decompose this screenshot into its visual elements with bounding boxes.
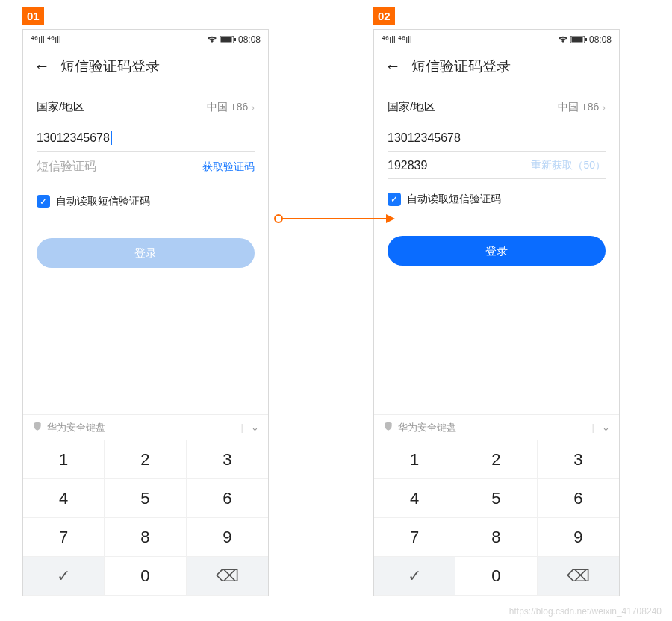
phone-value: 13012345678 bbox=[37, 131, 110, 145]
key-8[interactable]: 8 bbox=[455, 518, 537, 557]
numeric-keypad: 1 2 3 4 5 6 7 8 9 ✓ 0 ⌫ bbox=[374, 440, 619, 596]
key-1[interactable]: 1 bbox=[23, 440, 105, 479]
sms-placeholder: 短信验证码 bbox=[37, 159, 96, 175]
region-selector[interactable]: 国家/地区 中国 +86 › bbox=[37, 91, 255, 124]
svg-rect-1 bbox=[220, 37, 231, 43]
key-4[interactable]: 4 bbox=[374, 479, 455, 518]
key-9[interactable]: 9 bbox=[538, 518, 619, 557]
auto-read-label: 自动读取短信验证码 bbox=[407, 193, 501, 206]
key-backspace[interactable]: ⌫ bbox=[187, 557, 268, 596]
region-label: 国家/地区 bbox=[37, 100, 84, 114]
svg-rect-4 bbox=[571, 37, 582, 43]
wifi-icon bbox=[207, 36, 217, 43]
resend-button: 重新获取（50） bbox=[531, 159, 606, 172]
phone-value: 13012345678 bbox=[388, 131, 461, 145]
back-icon[interactable]: ← bbox=[385, 57, 401, 76]
signal-icon: ⁴⁶ıll ⁴⁶ıll bbox=[31, 34, 61, 45]
region-value: 中国 +86 bbox=[207, 101, 249, 114]
shield-icon bbox=[32, 421, 43, 434]
key-0[interactable]: 0 bbox=[455, 557, 537, 596]
auto-read-label: 自动读取短信验证码 bbox=[56, 195, 150, 208]
region-selector[interactable]: 国家/地区 中国 +86 › bbox=[388, 91, 606, 124]
key-backspace[interactable]: ⌫ bbox=[538, 557, 619, 596]
key-3[interactable]: 3 bbox=[187, 440, 268, 479]
key-9[interactable]: 9 bbox=[187, 518, 268, 557]
status-bar: ⁴⁶ıll ⁴⁶ıll 08:08 bbox=[23, 30, 268, 49]
key-6[interactable]: 6 bbox=[187, 479, 268, 518]
sms-code-field[interactable]: 短信验证码 获取验证码 bbox=[37, 152, 255, 181]
sms-code-field[interactable]: 192839 重新获取（50） bbox=[388, 152, 606, 179]
key-2[interactable]: 2 bbox=[105, 440, 186, 479]
key-1[interactable]: 1 bbox=[374, 440, 455, 479]
shield-icon bbox=[383, 421, 393, 434]
key-8[interactable]: 8 bbox=[105, 518, 186, 557]
svg-point-6 bbox=[275, 215, 282, 222]
auto-read-checkbox[interactable]: ✓ bbox=[388, 193, 401, 206]
key-3[interactable]: 3 bbox=[538, 440, 619, 479]
clock-text: 08:08 bbox=[238, 34, 261, 45]
svg-rect-2 bbox=[234, 38, 236, 41]
key-0[interactable]: 0 bbox=[105, 557, 186, 596]
region-label: 国家/地区 bbox=[388, 100, 435, 114]
key-2[interactable]: 2 bbox=[455, 440, 537, 479]
page-title: 短信验证码登录 bbox=[60, 57, 160, 76]
clock-text: 08:08 bbox=[589, 34, 612, 45]
signal-icon: ⁴⁶ıll ⁴⁶ıll bbox=[382, 34, 412, 45]
battery-icon bbox=[570, 36, 587, 43]
numeric-keypad: 1 2 3 4 5 6 7 8 9 ✓ 0 ⌫ bbox=[23, 440, 268, 596]
key-confirm[interactable]: ✓ bbox=[374, 557, 455, 596]
text-cursor bbox=[429, 159, 429, 172]
back-icon[interactable]: ← bbox=[34, 57, 50, 76]
key-5[interactable]: 5 bbox=[105, 479, 186, 518]
watermark: https://blog.csdn.net/weixin_41708240 bbox=[509, 606, 662, 617]
phone-frame-2: ⁴⁶ıll ⁴⁶ıll 08:08 ← 短信验证码登录 国家/地区 中国 +86… bbox=[373, 29, 620, 596]
chevron-right-icon: › bbox=[602, 102, 606, 113]
battery-icon bbox=[220, 36, 236, 43]
sms-value: 192839 bbox=[388, 159, 427, 172]
login-button[interactable]: 登录 bbox=[37, 238, 255, 268]
chevron-down-icon[interactable]: ⌄ bbox=[251, 422, 259, 433]
key-7[interactable]: 7 bbox=[23, 518, 105, 557]
keyboard-divider: | bbox=[592, 422, 594, 433]
step-badge-1: 01 bbox=[22, 7, 44, 25]
key-6[interactable]: 6 bbox=[538, 479, 619, 518]
keyboard-label: 华为安全键盘 bbox=[398, 421, 456, 434]
chevron-right-icon: › bbox=[251, 102, 255, 113]
phone-field[interactable]: 13012345678 bbox=[388, 124, 606, 152]
keyboard-label: 华为安全键盘 bbox=[47, 421, 105, 434]
login-button[interactable]: 登录 bbox=[388, 236, 606, 266]
region-value: 中国 +86 bbox=[558, 101, 600, 114]
text-cursor bbox=[111, 131, 112, 145]
get-code-button[interactable]: 获取验证码 bbox=[202, 160, 255, 174]
phone-field[interactable]: 13012345678 bbox=[37, 124, 255, 152]
key-4[interactable]: 4 bbox=[23, 479, 105, 518]
chevron-down-icon[interactable]: ⌄ bbox=[602, 422, 610, 433]
step-badge-2: 02 bbox=[373, 7, 395, 25]
key-7[interactable]: 7 bbox=[374, 518, 455, 557]
keyboard-divider: | bbox=[241, 422, 243, 433]
svg-rect-5 bbox=[585, 38, 587, 41]
status-bar: ⁴⁶ıll ⁴⁶ıll 08:08 bbox=[374, 30, 619, 49]
key-confirm[interactable]: ✓ bbox=[23, 557, 105, 596]
phone-frame-1: ⁴⁶ıll ⁴⁶ıll 08:08 ← 短信验证码登录 国家/地区 中国 +86… bbox=[22, 29, 269, 596]
wifi-icon bbox=[558, 36, 568, 43]
key-5[interactable]: 5 bbox=[455, 479, 537, 518]
page-title: 短信验证码登录 bbox=[411, 57, 511, 76]
auto-read-checkbox[interactable]: ✓ bbox=[37, 195, 50, 208]
